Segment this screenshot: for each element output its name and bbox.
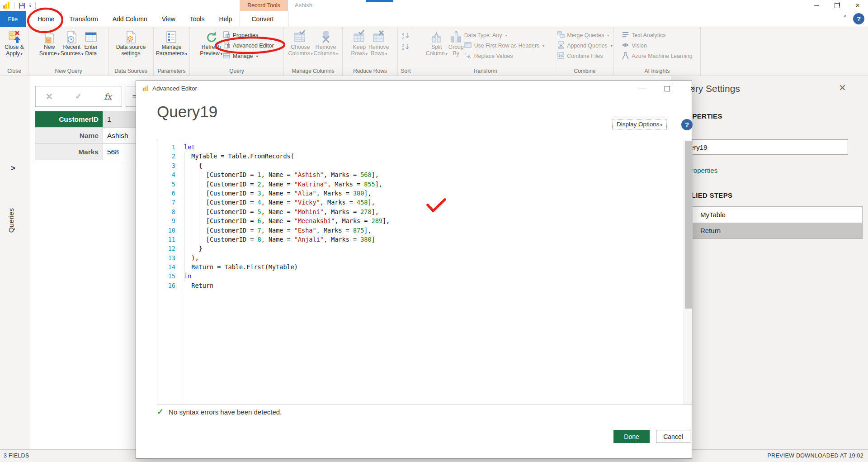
code-line: 7 [CustomerID = 4, Name = "Vicky", Marks… — [157, 198, 683, 207]
queries-pane-label[interactable]: Queries — [7, 208, 15, 233]
refresh-preview-button[interactable]: RefreshPreview▾ — [200, 28, 222, 57]
choose-columns-icon — [293, 30, 307, 44]
svg-text:A: A — [402, 47, 405, 51]
azure-machine-learning-label: Azure Machine Learning — [632, 53, 692, 59]
formula-commit-icon[interactable]: ✓ — [75, 91, 82, 101]
manage-parameters-button[interactable]: ManageParameters▾ — [156, 28, 187, 57]
cancel-button[interactable]: Cancel — [656, 430, 690, 443]
minimize-button[interactable] — [806, 0, 826, 11]
tab-view[interactable]: View — [155, 11, 183, 27]
choose-columns-button[interactable]: ChooseColumns▾ — [288, 28, 312, 57]
tab-tools[interactable]: Tools — [183, 11, 212, 27]
ribbon-group-data-sources: Data sourcesettingsData Sources — [108, 27, 154, 76]
close-settings-icon[interactable]: ✕ — [839, 82, 846, 93]
formula-bar-controls: ✕ ✓ fx — [35, 86, 122, 107]
enter-data-button[interactable]: EnterData — [84, 28, 98, 57]
close-and-apply-button[interactable]: Close &Apply▾ — [5, 28, 24, 57]
refresh-preview-label: RefreshPreview▾ — [200, 44, 222, 57]
done-button[interactable]: Done — [613, 430, 650, 443]
power-bi-logo-icon — [3, 2, 10, 9]
formula-cancel-icon[interactable]: ✕ — [46, 91, 53, 102]
ribbon-group-label: New Query — [29, 68, 108, 74]
ribbon-group-label: Combine — [556, 68, 613, 74]
tab-help[interactable]: Help — [212, 11, 239, 27]
manage-button[interactable]: Manage▾ — [223, 52, 258, 60]
fx-icon[interactable]: fx — [104, 92, 112, 101]
properties-button[interactable]: Properties — [223, 31, 258, 39]
text-analytics-button[interactable]: Text Analytics — [622, 31, 665, 39]
syntax-ok-check-icon: ✓ — [157, 407, 164, 417]
code-text: [CustomerID = 4, Name = "Vicky", Marks =… — [175, 198, 375, 207]
chevron-down-icon: ▾ — [81, 52, 83, 56]
query-name-heading: Query19 — [157, 103, 217, 121]
title-bar: ▾ Record Tools Ashish ✕ — [0, 0, 868, 11]
expand-queries-pane-button[interactable]: > — [11, 164, 15, 173]
combine-files-button[interactable]: Combine Files — [557, 52, 603, 60]
ribbon-group-new-query: NewSource▾RecentSources▾EnterDataNew Que… — [29, 27, 108, 76]
dialog-maximize-button[interactable] — [660, 84, 674, 94]
replace-values-button[interactable]: 12Replace Values — [464, 52, 513, 60]
tab-file[interactable]: File — [0, 11, 26, 27]
vision-label: Vision — [632, 43, 647, 49]
customize-toolbar-dropdown-icon[interactable]: ▾ — [29, 4, 31, 8]
restore-icon — [835, 3, 840, 8]
help-icon[interactable]: ? — [853, 13, 864, 24]
svg-text:1: 1 — [465, 52, 467, 56]
line-number: 14 — [157, 262, 175, 271]
data-source-settings-button[interactable]: Data sourcesettings — [116, 28, 146, 57]
m-code-editor[interactable]: 1let2 MyTable = Table.FromRecords(3 {4 [… — [157, 140, 693, 405]
split-column-button[interactable]: SplitColumn▾ — [426, 28, 448, 57]
use-first-row-as-headers-button[interactable]: Use First Row as Headers▾ — [464, 42, 545, 50]
code-line: 8 [CustomerID = 5, Name = "Mohini", Mark… — [157, 207, 683, 216]
record-field-name[interactable]: Marks — [35, 144, 103, 160]
azure-machine-learning-button[interactable]: Azure Machine Learning — [622, 52, 692, 60]
window-title: Ashish — [295, 0, 312, 11]
code-line: 15in — [157, 271, 683, 281]
tab-transform[interactable]: Transform — [62, 11, 105, 27]
sort-descending-button[interactable]: ZA — [402, 43, 410, 52]
applied-step-mytable[interactable]: MyTable — [671, 207, 862, 223]
new-source-button[interactable]: NewSource▾ — [39, 28, 60, 57]
query-name-input[interactable] — [677, 139, 848, 155]
tab-home[interactable]: Home — [30, 11, 62, 27]
record-field-name[interactable]: Name — [35, 128, 103, 144]
keep-rows-button[interactable]: KeepRows▾ — [351, 28, 368, 57]
close-window-button[interactable]: ✕ — [847, 0, 868, 11]
editor-scrollbar[interactable] — [684, 140, 692, 405]
vision-button[interactable]: Vision — [622, 42, 647, 50]
restore-button[interactable] — [826, 0, 847, 11]
chevron-down-icon: ▾ — [221, 52, 222, 56]
remove-columns-button[interactable]: RemoveColumns▾ — [314, 28, 338, 57]
text-analytics-icon — [622, 31, 629, 40]
tab-add-column[interactable]: Add Column — [105, 11, 155, 27]
display-options-button[interactable]: Display Options▾ — [612, 119, 667, 129]
merge-queries-button[interactable]: Merge Queries▾ — [557, 31, 609, 39]
svg-text:2: 2 — [469, 56, 471, 59]
tab-convert[interactable]: Convert — [246, 11, 279, 27]
data-type-any-button[interactable]: Data Type: Any▾ — [464, 31, 507, 39]
applied-step-return[interactable]: Return — [671, 223, 862, 238]
ribbon-group-label: Query — [190, 68, 283, 74]
sort-ascending-button[interactable]: AZ — [402, 32, 410, 41]
top-accent-bar — [366, 0, 393, 2]
record-field-name[interactable]: CustomerID — [35, 111, 103, 128]
group-by-button[interactable]: GroupBy — [448, 28, 464, 57]
append-queries-button[interactable]: Append Queries▾ — [557, 42, 613, 50]
dialog-close-button[interactable]: ✕ — [686, 84, 699, 94]
dialog-help-icon[interactable]: ? — [681, 119, 693, 130]
line-number: 6 — [157, 189, 175, 198]
remove-rows-icon — [372, 30, 386, 44]
line-number: 10 — [157, 226, 175, 235]
ribbon-group-label: AI Insights — [614, 68, 700, 74]
line-number: 8 — [157, 207, 175, 216]
code-text: [CustomerID = 7, Name = "Esha", Marks = … — [175, 226, 372, 235]
dialog-minimize-button[interactable] — [635, 84, 649, 94]
advanced-editor-button[interactable]: Advanced Editor — [223, 42, 274, 50]
chevron-down-icon: ▾ — [57, 52, 59, 56]
scrollbar-thumb[interactable] — [685, 141, 692, 309]
maximize-icon — [665, 86, 670, 91]
remove-rows-button[interactable]: RemoveRows▾ — [368, 28, 389, 57]
save-icon[interactable] — [19, 2, 25, 9]
collapse-ribbon-icon[interactable]: ⌃ — [843, 14, 847, 20]
recent-sources-button[interactable]: RecentSources▾ — [60, 28, 83, 57]
